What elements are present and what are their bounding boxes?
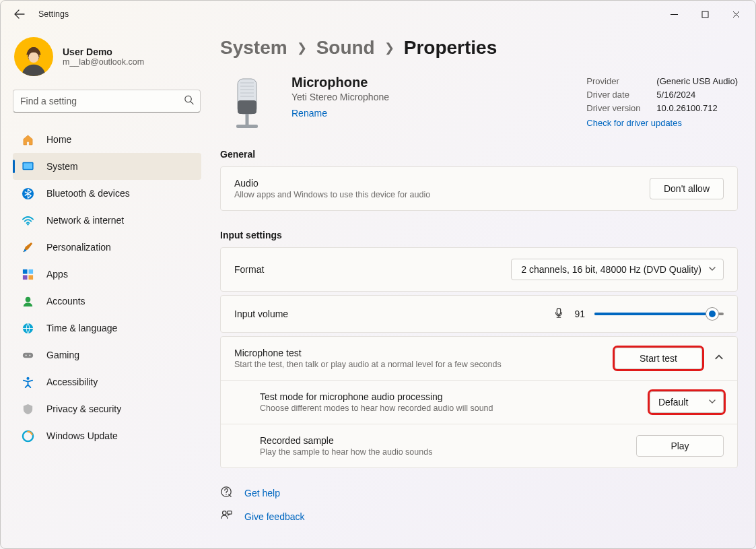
mic-test-row: Microphone test Start the test, then tal… [221,337,737,381]
volume-slider[interactable] [594,307,724,321]
driver-provider-label: Provider [586,75,644,88]
profile-email: m__lab@outlook.com [63,57,144,67]
footer-links: Get help Give feedback [220,486,738,537]
sample-sub: Play the sample to hear how the audio so… [260,447,636,457]
recorded-sample-row: Recorded sample Play the sample to hear … [221,424,737,467]
device-titles: Microphone Yeti Stereo Microphone Rename [291,75,389,135]
chevron-up-icon [714,352,724,362]
collapse-button[interactable] [714,352,724,364]
accessibility-icon [21,375,34,389]
back-button[interactable] [13,7,26,21]
system-icon [21,160,34,173]
nav-update[interactable]: Windows Update [13,422,201,449]
nav-label: Network & internet [46,215,124,226]
search-icon [184,95,194,108]
test-mode-select[interactable]: Default [650,391,724,413]
play-button[interactable]: Play [636,435,724,457]
start-test-button[interactable]: Start test [615,348,702,369]
nav-gaming[interactable]: Gaming [13,342,201,368]
svg-rect-0 [702,11,708,18]
wifi-icon [21,214,34,227]
gamepad-icon [21,348,34,362]
nav-accounts[interactable]: Accounts [13,288,201,315]
format-card: Format 2 channels, 16 bit, 48000 Hz (DVD… [220,247,738,292]
svg-point-7 [27,223,28,224]
mic-test-card: Microphone test Start the test, then tal… [220,336,738,468]
maximize-icon [701,11,709,18]
test-mode-title: Test mode for microphone audio processin… [260,391,650,402]
rename-link[interactable]: Rename [291,108,327,119]
nav-time[interactable]: Time & language [13,315,201,342]
svg-rect-21 [246,114,249,125]
audio-sub: Allow apps and Windows to use this devic… [234,190,650,199]
svg-rect-14 [22,352,32,358]
window-title: Settings [38,9,69,19]
device-header: Microphone Yeti Stereo Microphone Rename… [220,75,738,135]
test-mode-sub: Choose different modes to hear how recor… [260,403,650,413]
svg-rect-9 [28,269,33,273]
dont-allow-button[interactable]: Don't allow [650,178,724,199]
search-field[interactable] [13,90,201,112]
give-feedback-link[interactable]: Give feedback [220,509,738,523]
nav-apps[interactable]: Apps [13,261,201,288]
format-select[interactable]: 2 channels, 16 bit, 48000 Hz (DVD Qualit… [511,259,724,280]
driver-info: Provider(Generic USB Audio) Driver date5… [586,75,738,135]
get-help-link[interactable]: Get help [220,486,738,500]
titlebar: Settings [1,1,755,28]
device-title: Microphone [291,75,389,90]
bluetooth-icon [21,187,34,200]
profile[interactable]: User Demo m__lab@outlook.com [13,37,201,76]
check-driver-updates-link[interactable]: Check for driver updates [586,118,682,128]
driver-version: 10.0.26100.712 [656,102,717,115]
close-button[interactable] [720,3,751,25]
sample-title: Recorded sample [260,435,636,446]
search-input[interactable] [13,90,201,112]
format-row: Format 2 channels, 16 bit, 48000 Hz (DVD… [221,248,737,291]
mic-test-sub: Start the test, then talk or play audio … [234,360,615,369]
nav-privacy[interactable]: Privacy & security [13,395,201,422]
content: System ❯ Sound ❯ Properties Microphone Y… [208,28,755,548]
maximize-button[interactable] [689,3,720,25]
nav: Home System Bluetooth & devices Network … [13,126,201,449]
arrow-left-icon [14,9,25,20]
volume-label: Input volume [234,309,553,319]
nav-personalization[interactable]: Personalization [13,234,201,261]
breadcrumb: System ❯ Sound ❯ Properties [220,37,738,59]
profile-name: User Demo [63,46,144,57]
volume-card: Input volume 91 [220,295,738,333]
minimize-button[interactable] [658,3,689,25]
crumb-system[interactable]: System [220,37,287,59]
chevron-right-icon: ❯ [297,40,307,55]
minimize-icon [671,11,678,18]
nav-label: Windows Update [46,430,118,441]
svg-rect-11 [28,275,33,280]
microphone-small-icon[interactable] [553,306,565,321]
nav-bluetooth[interactable]: Bluetooth & devices [13,180,201,207]
crumb-properties: Properties [404,37,497,59]
window-controls [658,3,751,25]
general-card: Audio Allow apps and Windows to use this… [220,166,738,211]
feedback-icon [220,509,232,523]
nav-home[interactable]: Home [13,126,201,153]
test-mode-value: Default [658,397,688,408]
general-heading: General [220,149,738,160]
svg-rect-5 [23,163,32,169]
nav-network[interactable]: Network & internet [13,207,201,234]
svg-point-16 [29,354,30,356]
give-feedback-label: Give feedback [244,511,305,522]
nav-label: System [46,161,78,172]
nav-label: Accessibility [46,377,98,387]
nav-label: Personalization [46,242,111,253]
nav-accessibility[interactable]: Accessibility [13,368,201,395]
update-icon [21,429,34,443]
person-icon [21,294,34,308]
volume-value: 91 [574,309,585,319]
crumb-sound[interactable]: Sound [316,37,375,59]
format-label: Format [234,264,511,275]
audio-title: Audio [234,178,650,189]
brush-icon [21,240,34,254]
nav-system[interactable]: System [13,153,201,180]
chevron-down-icon [708,264,716,275]
sidebar: User Demo m__lab@outlook.com Home System… [1,28,208,548]
driver-version-label: Driver version [586,102,644,115]
